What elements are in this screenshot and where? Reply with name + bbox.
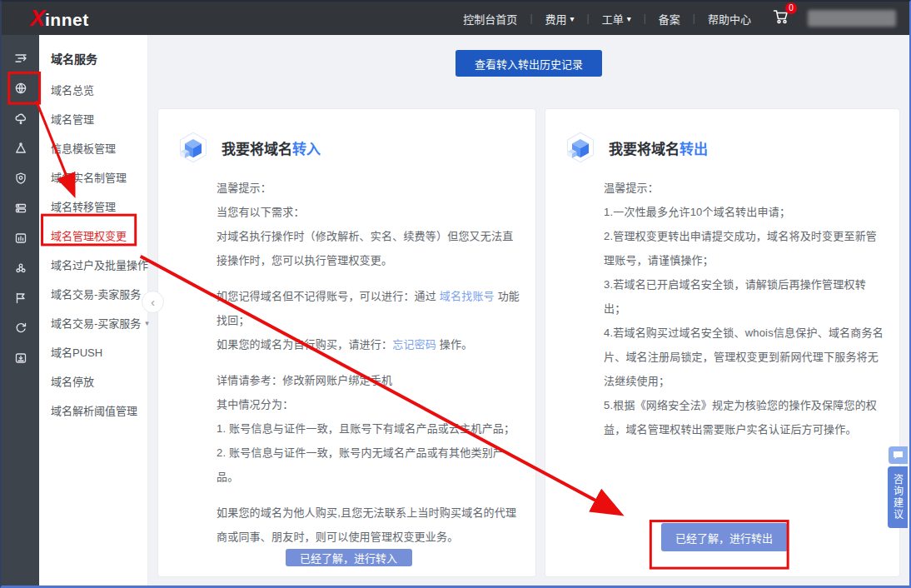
chat-bubble-icon[interactable] (889, 446, 908, 464)
triangle-icon[interactable] (14, 142, 27, 155)
confirm-transfer-out-button[interactable]: 已经了解，进行转出 (661, 523, 788, 551)
text-segment: 温馨提示： (217, 182, 271, 194)
cart-button[interactable]: 0 (773, 9, 789, 27)
card-paragraph: 其中情况分为： (217, 392, 520, 416)
text-segment: 当您有以下需求： (217, 206, 305, 218)
inline-link[interactable]: 域名找账号 (440, 290, 495, 302)
cards-row: 我要将域名转入 温馨提示：当您有以下需求：对域名执行操作时（修改解析、实名、续费… (157, 108, 900, 577)
logo-text: innet (45, 11, 89, 28)
nav-separator: | (530, 12, 532, 24)
nav-separator: | (693, 12, 695, 24)
globe-icon[interactable] (14, 82, 27, 95)
chevron-left-icon: ‹ (151, 295, 155, 309)
nav-separator: | (587, 12, 590, 24)
text-segment: 如您记得域名但不记得账号，可以进行：通过 (217, 290, 440, 302)
sidebar-item[interactable]: 域名PUSH (39, 337, 147, 366)
transfer-in-card: 我要将域名转入 温馨提示：当您有以下需求：对域名执行操作时（修改解析、实名、续费… (157, 108, 536, 577)
text-segment: 2.管理权变更转出申请提交成功，域名将及时变更至新管理账号，请谨慎操作； (604, 230, 877, 267)
sidebar-item[interactable]: 域名交易-卖家服务 (39, 279, 147, 308)
card-paragraph (217, 489, 520, 501)
card-paragraph: 当您有以下需求： (217, 200, 520, 224)
nav-separator: | (644, 12, 646, 24)
text-segment: 如果您的域名为自行购买，请进行： (217, 338, 392, 351)
sidebar-item[interactable]: 域名交易-买家服务▾ (39, 308, 147, 337)
chevron-down-icon: ▾ (627, 14, 631, 23)
sidebar-item[interactable]: 域名转移管理 (39, 192, 147, 221)
card-paragraph: 3.若域名已开启域名安全锁，请解锁后再操作管理权转出； (604, 272, 884, 321)
shield-icon[interactable] (14, 172, 27, 185)
transfer-history-button[interactable]: 查看转入转出历史记录 (456, 50, 602, 77)
inline-link[interactable]: 忘记密码 (392, 338, 436, 351)
card-paragraph: 4.若域名购买过域名安全锁、whois信息保护、域名商务名片、域名注册局锁定，管… (604, 321, 884, 393)
card-paragraph: 详情请参考：修改新网账户绑定手机 (217, 368, 520, 392)
card-paragraph: 如果您的域名为他人购买,且您无法联系上当时购买域名的代理商或同事、朋友时，则可以… (217, 501, 520, 549)
top-nav: 控制台首页|费用▾|工单▾|备案|帮助中心 (463, 2, 751, 35)
sidebar: 域名服务 域名总览域名管理信息模板管理域名实名制管理域名转移管理域名管理权变更域… (39, 35, 148, 586)
card-paragraph (217, 272, 520, 284)
sidebar-title: 域名服务 (39, 35, 147, 75)
chevron-down-icon: ▾ (145, 319, 149, 327)
sidebar-menu: 域名总览域名管理信息模板管理域名实名制管理域名转移管理域名管理权变更域名过户及批… (39, 75, 147, 425)
icon-rail (2, 35, 39, 586)
sidebar-collapse-button[interactable]: ‹ (142, 291, 164, 313)
sidebar-item[interactable]: 信息模板管理 (39, 133, 147, 162)
card-body: 温馨提示：1.一次性最多允许10个域名转出申请；2.管理权变更转出申请提交成功，… (604, 176, 884, 441)
domain-cube-icon (177, 131, 210, 164)
feedback-tab[interactable]: 咨询建议 (888, 466, 908, 528)
card-paragraph: 1. 账号信息与证件一致，且账号下有域名产品或云主机产品； (217, 416, 520, 441)
chevron-down-icon: ▾ (570, 14, 575, 23)
nav-item[interactable]: 控制台首页 (463, 11, 517, 27)
nodes-icon[interactable] (14, 262, 27, 275)
card-paragraph: 温馨提示： (604, 176, 884, 200)
sidebar-item[interactable]: 域名停放 (39, 366, 147, 396)
redacted-account-name[interactable] (808, 10, 896, 27)
flag-icon[interactable] (14, 292, 27, 305)
text-segment: 5.根据《网络安全法》规定为核验您的操作及保障您的权益，域名管理权转出需要账户实… (604, 399, 877, 436)
card-paragraph: 2.管理权变更转出申请提交成功，域名将及时变更至新管理账号，请谨慎操作； (604, 224, 884, 272)
sidebar-item[interactable]: 域名实名制管理 (39, 162, 147, 192)
card-head: 我要将域名转入 (177, 131, 520, 164)
sidebar-item[interactable]: 域名管理 (39, 104, 147, 133)
sidebar-item[interactable]: 域名过户及批量操作 (39, 250, 147, 279)
card-paragraph: 温馨提示： (217, 176, 520, 200)
domain-cube-icon (564, 131, 597, 164)
card-paragraph: 对域名执行操作时（修改解析、实名、续费等）但您又无法直接操作时，您可以执行管理权… (217, 224, 520, 272)
sidebar-item-active[interactable]: 域名管理权变更 (39, 221, 147, 250)
card-paragraph: 5.根据《网络安全法》规定为核验您的操作及保障您的权益，域名管理权转出需要账户实… (604, 393, 884, 441)
text-segment: 4.若域名购买过域名安全锁、whois信息保护、域名商务名片、域名注册局锁定，管… (604, 326, 884, 387)
nav-item[interactable]: 费用▾ (545, 11, 575, 27)
chart-icon[interactable] (14, 232, 27, 245)
share-icon[interactable] (14, 321, 27, 335)
nav-item[interactable]: 帮助中心 (708, 11, 751, 27)
xinnet-logo[interactable]: Xinnet (30, 7, 89, 30)
cart-badge: 0 (785, 2, 797, 14)
main-content: 查看转入转出历史记录 我要将域名转入 温馨提示：当您有以下需求：对域名执行操 (148, 35, 909, 586)
sidebar-item[interactable]: 域名解析阈值管理 (39, 396, 147, 425)
text-segment: 对域名执行操作时（修改解析、实名、续费等）但您又无法直接操作时，您可以执行管理权… (217, 230, 513, 267)
text-segment: 其中情况分为： (217, 398, 293, 411)
sidebar-item[interactable]: 域名总览 (39, 75, 147, 104)
card-head: 我要将域名转出 (564, 131, 884, 164)
cloud-icon[interactable] (14, 112, 27, 125)
inbox-icon[interactable] (14, 351, 27, 365)
menu-collapse-icon[interactable] (14, 52, 27, 65)
card-paragraph: 如您记得域名但不记得账号，可以进行：通过 域名找账号 功能找回； (217, 284, 520, 332)
top-header: Xinnet 控制台首页|费用▾|工单▾|备案|帮助中心 0 (2, 2, 909, 35)
text-segment: 温馨提示： (604, 182, 659, 194)
nav-item[interactable]: 工单▾ (602, 11, 631, 27)
server-icon[interactable] (14, 202, 27, 215)
card-title-transfer-in: 我要将域名转入 (222, 137, 321, 158)
text-segment: 操作。 (436, 338, 472, 351)
card-paragraph: 如果您的域名为自行购买，请进行：忘记密码 操作。 (217, 332, 520, 356)
transfer-out-card: 我要将域名转出 温馨提示：1.一次性最多允许10个域名转出申请；2.管理权变更转… (545, 108, 900, 577)
text-segment: 如果您的域名为他人购买,且您无法联系上当时购买域名的代理商或同事、朋友时，则可以… (217, 506, 516, 543)
text-segment: 详情请参考：修改新网账户绑定手机 (217, 374, 392, 386)
screenshot-frame: Xinnet 控制台首页|费用▾|工单▾|备案|帮助中心 0 域名服务 域名总览… (0, 0, 911, 588)
card-paragraph: 1.一次性最多允许10个域名转出申请； (604, 200, 884, 224)
confirm-transfer-in-button[interactable]: 已经了解，进行转入 (286, 549, 412, 566)
nav-item[interactable]: 备案 (659, 11, 680, 27)
card-title-transfer-out: 我要将域名转出 (609, 137, 708, 158)
text-segment: 1. 账号信息与证件一致，且账号下有域名产品或云主机产品； (217, 422, 515, 435)
logo-x: X (30, 7, 45, 30)
card-paragraph: 2. 账号信息与证件一致，账号内无域名产品或有其他类别产品。 (217, 441, 520, 489)
